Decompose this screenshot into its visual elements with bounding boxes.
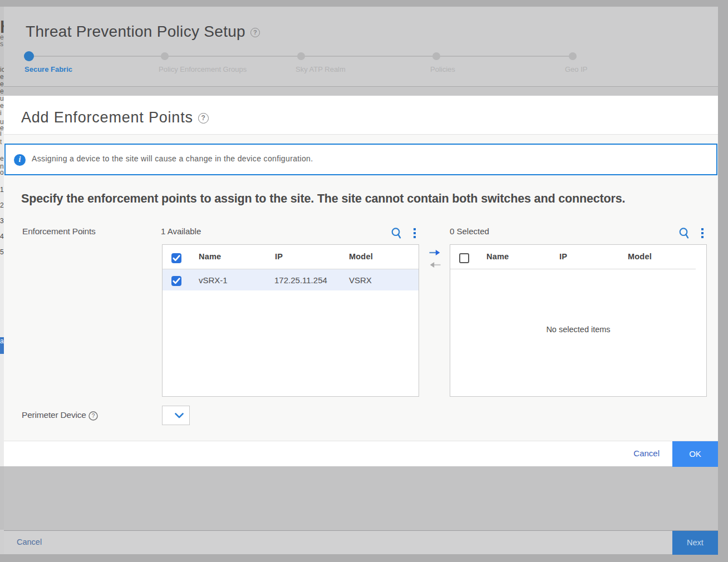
svg-text:?: ?	[92, 413, 95, 419]
